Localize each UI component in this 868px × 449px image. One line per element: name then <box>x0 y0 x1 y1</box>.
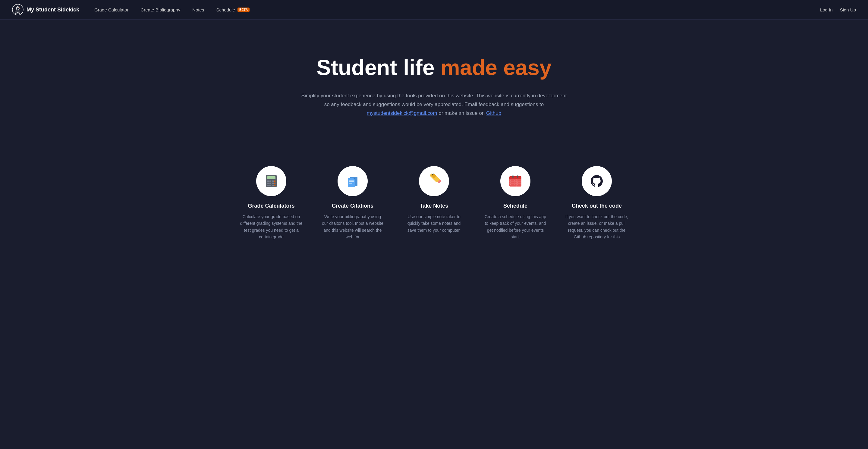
svg-point-6 <box>20 8 20 8</box>
svg-rect-15 <box>272 183 274 184</box>
svg-rect-18 <box>272 185 274 186</box>
citations-desc: Write your bibliograpahy using our citai… <box>321 213 384 240</box>
svg-rect-19 <box>274 185 276 186</box>
svg-rect-36 <box>517 175 518 178</box>
svg-rect-10 <box>270 181 271 182</box>
notes-pencil-icon <box>426 173 442 189</box>
features-section: Grade Calculators Calculate your grade b… <box>0 142 868 259</box>
github-title: Check out the code <box>572 203 622 209</box>
beta-badge: BETA <box>238 7 250 12</box>
hero-title-white: Student life <box>316 56 435 79</box>
svg-rect-13 <box>267 183 269 184</box>
grade-calc-title: Grade Calculators <box>248 203 294 209</box>
signup-link[interactable]: Sign Up <box>840 7 856 12</box>
feature-github: Check out the code If you want to check … <box>565 166 628 240</box>
svg-rect-21 <box>348 178 355 187</box>
feature-create-citations: Create Citations Write your bibliograpah… <box>321 166 384 240</box>
svg-rect-16 <box>274 183 276 184</box>
svg-rect-12 <box>274 181 276 182</box>
svg-rect-9 <box>267 181 269 182</box>
feature-grade-calculators: Grade Calculators Calculate your grade b… <box>240 166 303 240</box>
svg-rect-23 <box>349 182 354 182</box>
login-link[interactable]: Log In <box>820 7 833 12</box>
grade-calc-desc: Calculate your grade based on different … <box>240 213 303 240</box>
notes-icon-circle <box>419 166 449 196</box>
nav-grade-calculator[interactable]: Grade Calculator <box>94 7 128 12</box>
svg-rect-34 <box>509 179 521 179</box>
brand-name: My Student Sidekick <box>27 7 79 13</box>
github-icon-circle <box>582 166 612 196</box>
schedule-icon-circle: 1 2 3 4 5 6 7 8 9 <box>500 166 530 196</box>
citations-title: Create Citations <box>332 203 373 209</box>
nav-schedule-wrap: Schedule BETA <box>216 7 250 12</box>
hero-section: Student life made easy Simplify your stu… <box>0 20 868 142</box>
svg-rect-14 <box>270 183 271 184</box>
svg-rect-22 <box>349 180 354 181</box>
notes-title: Take Notes <box>420 203 448 209</box>
grade-calc-icon-circle <box>256 166 286 196</box>
svg-rect-24 <box>349 183 352 184</box>
svg-rect-8 <box>267 176 276 179</box>
feature-schedule: 1 2 3 4 5 6 7 8 9 Schedule Create a sche… <box>484 166 547 240</box>
hero-desc-text: Simplify your student experience by usin… <box>301 93 567 107</box>
schedule-desc: Create a schedule using this app to keep… <box>484 213 547 240</box>
svg-rect-35 <box>513 175 514 178</box>
hero-title: Student life made easy <box>316 56 552 79</box>
nav-links: Grade Calculator Create Bibliography Not… <box>94 7 820 12</box>
svg-line-5 <box>20 7 20 8</box>
nav-notes[interactable]: Notes <box>192 7 204 12</box>
citations-icon-circle <box>338 166 368 196</box>
hero-description: Simplify your student experience by usin… <box>299 92 569 118</box>
hero-github-link[interactable]: Github <box>486 110 501 116</box>
nav-schedule[interactable]: Schedule <box>216 7 235 12</box>
navbar: My Student Sidekick Grade Calculator Cre… <box>0 0 868 20</box>
calculator-icon <box>264 173 279 189</box>
svg-rect-17 <box>267 185 271 186</box>
nav-create-bibliography[interactable]: Create Bibliography <box>141 7 180 12</box>
svg-rect-11 <box>272 181 274 182</box>
github-icon <box>589 173 604 189</box>
github-desc: If you want to check out the code, creat… <box>565 213 628 240</box>
brand-link[interactable]: My Student Sidekick <box>12 4 79 15</box>
brand-logo-icon <box>12 4 24 15</box>
hero-desc-mid: or make an issue on <box>438 110 485 116</box>
citations-icon <box>345 174 360 188</box>
schedule-title: Schedule <box>503 203 527 209</box>
notes-desc: Use our simple note taker to quickly tak… <box>402 213 466 233</box>
hero-email-link[interactable]: mystudentsidekick@gmail.com <box>367 110 437 116</box>
feature-take-notes: Take Notes Use our simple note taker to … <box>402 166 466 240</box>
schedule-calendar-icon: 1 2 3 4 5 6 7 8 9 <box>507 173 523 189</box>
navbar-auth: Log In Sign Up <box>820 7 856 12</box>
hero-title-orange: made easy <box>441 56 552 79</box>
